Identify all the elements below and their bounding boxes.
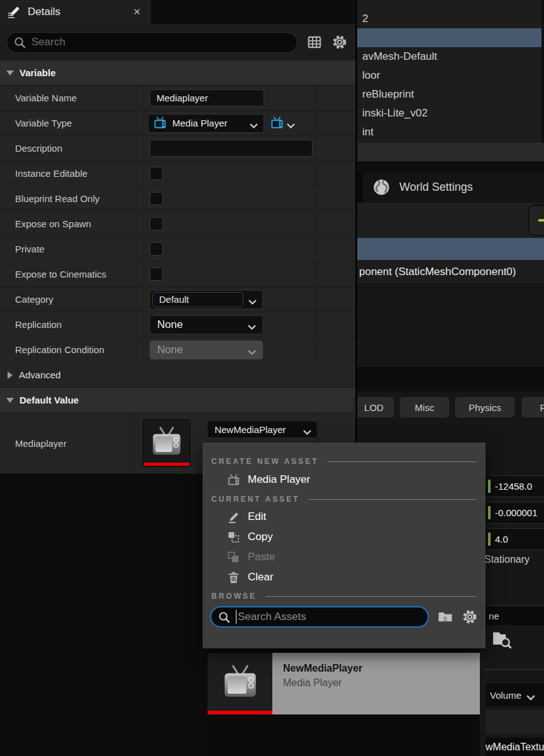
row-label: Replication Condition <box>0 337 137 362</box>
chevron-down-icon <box>248 347 256 353</box>
chevron-down-icon <box>250 120 258 126</box>
spacer <box>357 161 544 172</box>
row-blueprint-read-only: Blueprint Read Only <box>0 186 355 212</box>
clear-trash-icon <box>226 570 241 585</box>
settings-gear-icon[interactable] <box>331 34 348 50</box>
asset-view-gear-icon[interactable] <box>462 609 478 625</box>
media-player-asset-icon <box>226 473 241 487</box>
row-replication: Replication None <box>0 312 355 337</box>
outliner-item-selected[interactable] <box>357 28 544 47</box>
private-checkbox[interactable] <box>150 242 163 256</box>
menu-item-clear[interactable]: Clear <box>203 567 486 587</box>
menu-item-edit[interactable]: Edit <box>203 507 486 527</box>
asset-tile-newmediaplayer[interactable]: NewMediaPlayer Media Player <box>208 653 480 714</box>
asset-type-color-bar <box>208 711 272 714</box>
volume-dropdown[interactable]: Volume <box>486 684 544 706</box>
details-search-box[interactable] <box>6 32 297 53</box>
chevron-down-icon <box>6 398 14 403</box>
chevron-down-icon <box>248 296 257 302</box>
outliner-item[interactable]: int <box>357 123 544 142</box>
world-settings-tab[interactable]: World Settings <box>357 172 544 203</box>
close-icon[interactable]: ✕ <box>129 5 145 19</box>
description-input[interactable] <box>150 140 313 157</box>
menu-section-current: CURRENT ASSET <box>211 495 486 504</box>
tab-physics[interactable]: Physics <box>455 397 515 418</box>
row-label: Description <box>0 136 137 161</box>
outliner-item[interactable]: loor <box>357 66 544 85</box>
blueprint-read-only-checkbox[interactable] <box>150 192 163 205</box>
tab-lod[interactable]: LOD <box>353 397 394 418</box>
chevron-down-icon <box>526 692 535 698</box>
component-row[interactable]: ponent (StaticMeshComponent0) <box>357 260 544 283</box>
menu-item-paste: Paste <box>203 547 486 567</box>
copy-icon <box>226 530 241 544</box>
spacer <box>357 283 544 367</box>
world-outliner-list: 2 avMesh-Default loor reBlueprint inski-… <box>357 0 544 143</box>
numeric-field[interactable]: -0.000001 <box>484 502 544 524</box>
row-description: Description <box>0 136 355 161</box>
selected-component-row[interactable] <box>357 238 544 260</box>
scrollbar[interactable] <box>541 0 544 143</box>
media-player-thumbnail[interactable] <box>143 419 191 467</box>
menu-item-label: Edit <box>248 511 266 523</box>
asset-search-input[interactable] <box>236 611 397 623</box>
outliner-item[interactable]: reBlueprint <box>357 85 544 104</box>
search-input[interactable] <box>26 36 252 48</box>
tv-icon <box>218 663 263 704</box>
row-label: Category <box>0 287 137 312</box>
variable-type-dropdown[interactable]: Media Player <box>148 114 264 133</box>
replication-dropdown[interactable]: None <box>150 315 263 334</box>
tab-details[interactable]: Details ✕ <box>0 0 151 24</box>
details-toolbar <box>0 24 355 60</box>
row-label: Replication <box>0 312 137 337</box>
category-combobox[interactable]: Default <box>150 290 263 309</box>
menu-item-label: Copy <box>248 531 273 543</box>
browse-to-asset-icon[interactable] <box>491 628 513 650</box>
variable-name-input[interactable] <box>150 89 264 106</box>
chevron-down-icon <box>248 322 256 327</box>
property-matrix-icon[interactable] <box>306 34 323 50</box>
tab-edge <box>357 172 363 203</box>
asset-type-color-bar <box>144 463 189 466</box>
tv-icon <box>147 425 186 461</box>
add-button[interactable] <box>528 205 544 236</box>
expose-on-spawn-checkbox[interactable] <box>150 217 163 230</box>
mediaplayer-asset-dropdown[interactable]: NewMediaPlayer <box>207 420 318 438</box>
search-icon <box>14 37 26 48</box>
tab-title: Details <box>28 6 129 18</box>
container-type-dropdown[interactable] <box>270 116 295 130</box>
media-player-type-icon <box>153 116 167 130</box>
spacer <box>357 367 544 392</box>
section-variable[interactable]: Variable <box>0 60 355 86</box>
media-texture-field[interactable]: wMediaTextur <box>486 738 544 756</box>
row-variable-type: Variable Type Media Player <box>0 111 355 136</box>
outliner-item[interactable]: inski-Lite_v02 <box>357 104 544 123</box>
expose-to-cinematics-checkbox[interactable] <box>150 268 163 281</box>
spacer-row <box>486 710 544 734</box>
section-title: Advanced <box>19 370 61 380</box>
outliner-item[interactable]: avMesh-Default <box>357 47 544 66</box>
tab-rendering[interactable]: R <box>521 397 544 418</box>
menu-item-create-media-player[interactable]: Media Player <box>203 469 486 490</box>
row-label: Mediaplayer <box>0 413 131 473</box>
detail-category-tabs: LOD Misc Physics R <box>357 392 544 423</box>
numeric-field[interactable]: -12458.0 <box>484 475 544 497</box>
category-value: Default <box>152 292 243 307</box>
row-private: Private <box>0 237 355 262</box>
asset-search-box[interactable] <box>210 606 429 628</box>
search-icon <box>218 611 230 623</box>
browse-folder-icon[interactable] <box>437 609 453 625</box>
asset-picker-menu: CREATE NEW ASSET Media Player CURRENT AS… <box>203 443 486 648</box>
section-advanced[interactable]: Advanced <box>0 363 355 388</box>
section-title: Default Value <box>19 395 79 405</box>
partial-input[interactable]: ne <box>486 606 544 625</box>
tab-misc[interactable]: Misc <box>399 397 450 418</box>
section-default-value[interactable]: Default Value <box>0 388 355 413</box>
menu-item-copy[interactable]: Copy <box>203 527 486 547</box>
numeric-field[interactable]: 4.0 <box>484 528 544 550</box>
menu-section-browse: BROWSE <box>211 592 486 601</box>
asset-tile-label: NewMediaPlayer Media Player <box>272 653 480 714</box>
row-label: Variable Name <box>0 86 137 110</box>
instance-editable-checkbox[interactable] <box>150 167 163 180</box>
outliner-item[interactable]: 2 <box>357 9 544 28</box>
